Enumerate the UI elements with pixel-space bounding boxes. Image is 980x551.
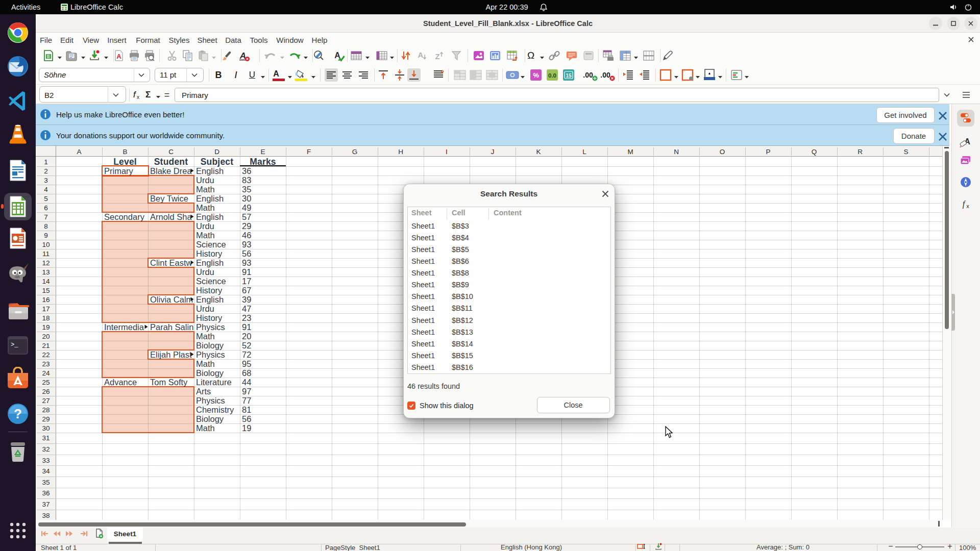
svg-text:15: 15 [566, 73, 572, 79]
svg-text:Z: Z [435, 52, 439, 61]
svg-text:A: A [116, 53, 121, 60]
svg-text:x: x [966, 203, 969, 209]
svg-text:>_: >_ [11, 341, 18, 348]
svg-text:?: ? [14, 406, 22, 421]
svg-text:0.0: 0.0 [548, 72, 556, 79]
svg-text:%: % [533, 71, 539, 79]
svg-text:A: A [418, 51, 424, 59]
svg-text:f: f [963, 199, 966, 209]
